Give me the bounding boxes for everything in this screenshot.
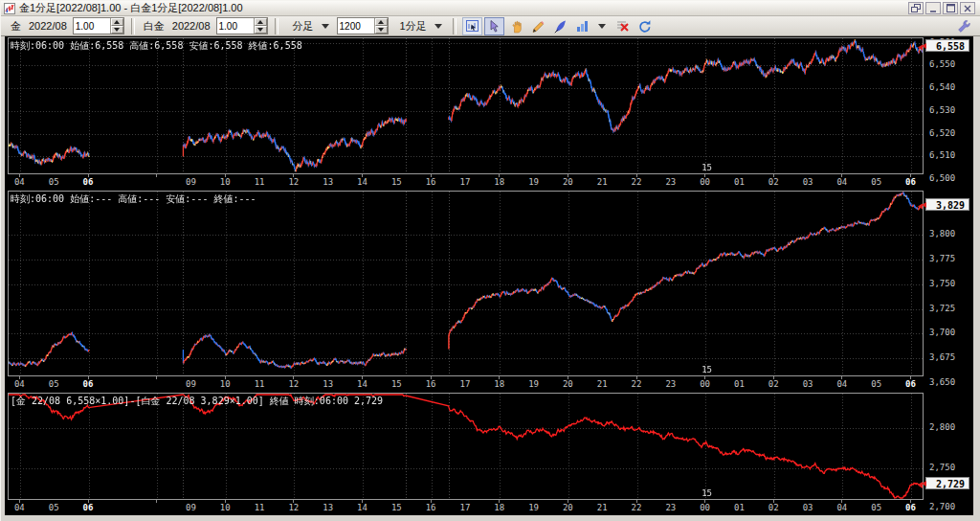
bar-type-dropdown[interactable]: 分足 [286, 18, 332, 34]
titlebar[interactable]: 金1分足[2022/08]1.00 - 白金1分足[2022/08]1.00 [1, 1, 980, 16]
x-tick-label: 00 [700, 177, 710, 187]
minimize-button[interactable] [925, 2, 941, 14]
axis-tick-mark [19, 174, 20, 177]
x-tick-label: 21 [597, 177, 608, 187]
x-tick-label: 05 [871, 379, 881, 389]
bar-type-label: 分足 [293, 19, 314, 34]
y-tick-label: 3,750 [929, 279, 955, 288]
x-tick-label: 12 [288, 503, 299, 512]
chart-style-button[interactable] [572, 17, 592, 35]
select-tool-button[interactable] [484, 17, 504, 35]
x-tick-label: 00 [700, 503, 710, 512]
close-button[interactable] [960, 2, 975, 14]
axis-tick-mark [362, 500, 363, 503]
gold-mult-down-button[interactable] [111, 26, 123, 34]
x-tick-label: 03 [803, 177, 813, 187]
axis-tick-mark [431, 376, 432, 379]
x-tick-label: 16 [426, 379, 436, 389]
gold-mult-up-button[interactable] [111, 18, 123, 26]
platinum-chart-panel[interactable]: 時刻:06:00 始値:--- 高値:--- 安値:--- 終値:--- [8, 191, 924, 376]
axis-tick-mark [431, 174, 432, 177]
platinum-candlestick-canvas[interactable] [9, 192, 923, 375]
spread-line-canvas[interactable] [9, 394, 923, 499]
bar-period-dropdown[interactable]: 1分足 [393, 18, 445, 34]
axis-tick-mark [156, 174, 157, 177]
x-tick-label: 19 [528, 177, 539, 187]
x-tick-label: 18 [494, 503, 504, 512]
y-tick-label: 6,520 [929, 128, 955, 138]
x-tick-label: 23 [665, 503, 676, 512]
x-tick-label: 13 [323, 177, 333, 187]
spread-time-axis: 0405060910111213141516171819202122230001… [8, 500, 924, 515]
delete-chart-icon [615, 19, 630, 34]
hand-icon [509, 19, 523, 34]
float-window-button[interactable] [908, 2, 924, 14]
delete-indicator-button[interactable] [612, 17, 633, 35]
platinum-multiplier-input[interactable] [217, 18, 254, 34]
settings-button[interactable] [953, 17, 973, 35]
bar-chart-icon [575, 19, 590, 34]
x-tick-label: 04 [14, 503, 25, 512]
axis-tick-mark [88, 500, 89, 503]
x-tick-label: 10 [220, 503, 231, 512]
platinum-contract-month: 2022/08 [172, 20, 211, 32]
axis-tick-mark [362, 376, 363, 379]
gold-contract-month: 2022/08 [29, 20, 67, 32]
x-tick-label: 05 [871, 177, 881, 187]
y-tick-label: 6,540 [929, 82, 955, 92]
axis-tick-mark [156, 500, 157, 503]
x-tick-label: 22 [632, 177, 642, 187]
y-tick-label: 3,775 [929, 254, 955, 263]
y-tick-label: 6,500 [929, 173, 955, 183]
x-tick-label: 09 [186, 379, 196, 389]
gold-multiplier-input[interactable] [74, 18, 110, 34]
x-tick-label: 22 [632, 503, 642, 512]
bar-count-down-button[interactable] [375, 26, 388, 34]
gold-chart-panel[interactable]: 時刻:06:00 始値:6,558 高値:6,558 安値:6,558 終値:6… [8, 37, 924, 174]
chart-style-dropdown[interactable] [591, 18, 609, 34]
y-tick-label: 6,510 [929, 150, 955, 160]
plat-mult-down-button[interactable] [255, 26, 267, 34]
chart-settings-button[interactable] [462, 17, 482, 35]
x-tick-label: 01 [734, 503, 745, 512]
axis-tick-mark [225, 174, 226, 177]
axis-tick-mark [431, 500, 432, 503]
x-tick-label: 18 [494, 177, 504, 187]
axis-tick-mark [293, 376, 294, 379]
spread-chart-panel[interactable]: [金 22/08 6,558×1.00]-[白金 22/08 3,829×1.0… [8, 393, 924, 500]
x-tick-label: 09 [186, 503, 196, 512]
x-tick-label: 19 [528, 379, 539, 389]
refresh-button[interactable] [635, 17, 655, 35]
x-tick-label: 10 [220, 379, 231, 389]
close-icon [964, 5, 971, 12]
x-tick-label: 06 [905, 379, 916, 389]
up-arrow-icon [257, 20, 263, 24]
hand-tool-button[interactable] [506, 17, 526, 35]
x-tick-label: 15 [391, 177, 402, 187]
axis-tick-mark [910, 500, 911, 503]
axis-tick-mark [636, 174, 637, 177]
chart-cursor-icon [465, 19, 479, 34]
toolbar-separator [275, 18, 278, 34]
axis-tick-mark [704, 174, 705, 177]
axis-tick-mark [704, 500, 705, 503]
x-tick-label: 05 [49, 503, 59, 512]
maximize-button[interactable] [943, 2, 958, 14]
gold-time-axis: 0405060910111213141516171819202122230001… [8, 174, 924, 190]
bar-count-up-button[interactable] [375, 18, 388, 26]
pen-tool-button[interactable] [550, 17, 570, 35]
pencil-tool-button[interactable] [528, 17, 548, 35]
axis-tick-mark [293, 500, 294, 503]
x-tick-label: 06 [83, 177, 94, 187]
gold-candlestick-canvas[interactable] [9, 38, 923, 173]
axis-tick-mark [568, 174, 568, 177]
y-tick-label: 2,800 [929, 422, 955, 432]
plat-mult-up-button[interactable] [255, 18, 267, 26]
dropdown-arrow-icon [434, 24, 442, 29]
window-title: 金1分足[2022/08]1.00 - 白金1分足[2022/08]1.00 [19, 1, 908, 15]
x-tick-label: 19 [528, 503, 539, 512]
maximize-icon [947, 4, 955, 12]
x-tick-label: 13 [323, 379, 333, 389]
bar-count-input[interactable] [338, 18, 374, 34]
platinum-multiplier-spinner [216, 17, 268, 34]
